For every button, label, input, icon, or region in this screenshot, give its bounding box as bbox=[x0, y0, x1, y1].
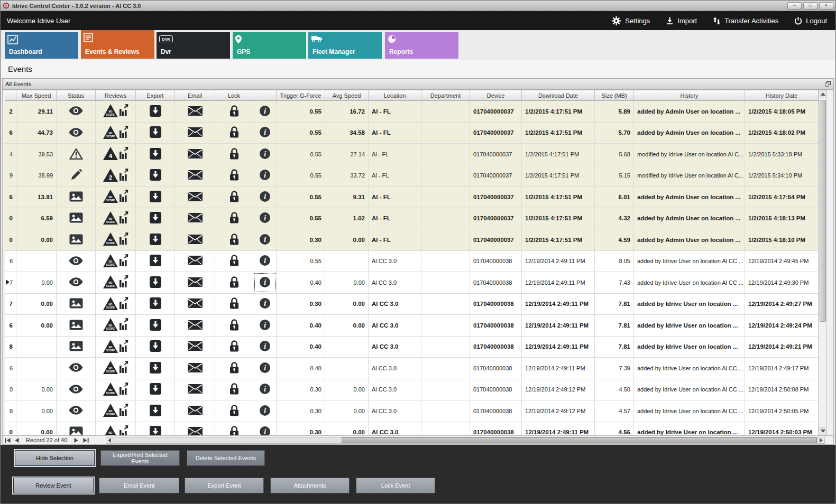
status-cell[interactable] bbox=[57, 186, 96, 208]
lock-cell[interactable] bbox=[215, 186, 253, 208]
table-row[interactable]: 70.00NOSCOREi0.400.00Al CC 3.00170400000… bbox=[5, 272, 819, 294]
email-cell[interactable] bbox=[175, 101, 215, 122]
reviews-cell[interactable]: 4 bbox=[96, 144, 136, 165]
info-cell[interactable]: i bbox=[253, 315, 277, 336]
reviews-cell[interactable]: NOSCORE bbox=[96, 123, 136, 144]
reviews-cell[interactable]: NOSCORE bbox=[96, 337, 136, 358]
transfer-button[interactable]: Transfer Activities bbox=[713, 16, 778, 25]
last-record-button[interactable] bbox=[81, 436, 90, 444]
table-row[interactable]: 938.992i0.5533.72Al - FL0170400000371/2/… bbox=[5, 165, 819, 187]
table-row[interactable]: 613.91NOSCOREi0.559.31Al - FL01704000003… bbox=[5, 186, 819, 208]
email-cell[interactable] bbox=[175, 315, 215, 336]
export-cell[interactable] bbox=[136, 272, 175, 293]
email-cell[interactable] bbox=[175, 144, 215, 165]
close-button[interactable]: × bbox=[819, 2, 833, 10]
column-header-device[interactable]: Device bbox=[470, 90, 522, 100]
tab-dashboard[interactable]: Dashboard bbox=[5, 32, 78, 59]
email-cell[interactable] bbox=[175, 229, 215, 250]
column-header-location[interactable]: Location bbox=[369, 90, 421, 100]
info-cell[interactable]: i bbox=[253, 379, 277, 400]
reviews-cell[interactable]: NOSCORE bbox=[96, 272, 136, 293]
info-cell[interactable]: i bbox=[253, 208, 277, 229]
email-cell[interactable] bbox=[175, 400, 215, 422]
column-header-download-date[interactable]: Download Date bbox=[522, 90, 595, 100]
minimize-button[interactable]: − bbox=[787, 2, 802, 10]
export-print-selected-events-button[interactable]: Export/Print Selected Events bbox=[100, 450, 180, 466]
reviews-cell[interactable]: NOSCORE bbox=[96, 208, 136, 229]
info-cell[interactable]: i bbox=[253, 294, 277, 315]
status-cell[interactable] bbox=[57, 144, 96, 165]
lock-cell[interactable] bbox=[215, 229, 253, 250]
email-cell[interactable] bbox=[175, 165, 215, 186]
reviews-cell[interactable]: NOSCORE bbox=[96, 379, 136, 400]
next-record-button[interactable] bbox=[71, 436, 81, 444]
logout-button[interactable]: Logout bbox=[794, 16, 827, 25]
status-cell[interactable] bbox=[57, 101, 96, 122]
info-cell[interactable]: i bbox=[253, 400, 277, 422]
status-cell[interactable] bbox=[57, 337, 96, 358]
status-cell[interactable] bbox=[57, 358, 96, 379]
reviews-cell[interactable]: NOSCORE bbox=[96, 229, 136, 250]
status-cell[interactable] bbox=[57, 272, 96, 293]
lock-cell[interactable] bbox=[215, 101, 253, 122]
scroll-down-icon[interactable] bbox=[819, 427, 826, 435]
table-row[interactable]: 70.00NOSCOREi0.300.00Al CC 3.00170400000… bbox=[5, 294, 819, 315]
status-cell[interactable] bbox=[57, 123, 96, 144]
table-row[interactable]: 439.534i0.5527.14Al - FL0170400000371/2/… bbox=[5, 144, 819, 165]
reviews-cell[interactable]: NOSCORE bbox=[96, 186, 136, 208]
table-row[interactable]: 644.73NOSCOREi0.5534.58Al - FL0170400000… bbox=[5, 123, 819, 144]
email-event-button[interactable]: Email Event bbox=[99, 478, 179, 493]
reviews-cell[interactable]: NOSCORE bbox=[96, 422, 136, 436]
export-event-button[interactable]: Export Event bbox=[185, 478, 264, 493]
email-cell[interactable] bbox=[175, 251, 215, 272]
status-cell[interactable] bbox=[57, 208, 96, 229]
table-row[interactable]: 229.11NOSCOREi0.5516.72Al - FL0170400000… bbox=[5, 101, 819, 123]
scroll-right-icon[interactable] bbox=[817, 437, 824, 443]
lock-cell[interactable] bbox=[215, 272, 253, 293]
previous-record-button[interactable] bbox=[12, 436, 22, 444]
info-cell[interactable]: i bbox=[253, 101, 277, 122]
vertical-scrollbar[interactable] bbox=[819, 90, 827, 435]
column-header-reviews[interactable]: Reviews bbox=[96, 90, 136, 100]
column-header-email[interactable]: Email bbox=[175, 90, 215, 100]
status-cell[interactable] bbox=[57, 251, 96, 272]
maximize-button[interactable]: □ bbox=[803, 2, 817, 10]
lock-cell[interactable] bbox=[215, 379, 253, 400]
lock-event-button[interactable]: Lock Event bbox=[356, 478, 435, 493]
column-header-export[interactable]: Export bbox=[136, 90, 175, 100]
attachments-button[interactable]: Attachments bbox=[270, 478, 350, 493]
export-cell[interactable] bbox=[136, 251, 175, 272]
scroll-up-icon[interactable] bbox=[819, 90, 826, 98]
export-cell[interactable] bbox=[136, 229, 175, 250]
vertical-scroll-thumb[interactable] bbox=[820, 100, 826, 322]
email-cell[interactable] bbox=[175, 358, 215, 379]
lock-cell[interactable] bbox=[215, 123, 253, 144]
email-cell[interactable] bbox=[175, 208, 215, 229]
column-header-status[interactable]: Status bbox=[57, 90, 96, 100]
tab-fleet[interactable]: Fleet Manager bbox=[308, 32, 382, 59]
export-cell[interactable] bbox=[136, 144, 175, 165]
table-row[interactable]: 6NOSCOREi0.40Al CC 3.001704000003812/19/… bbox=[5, 358, 819, 379]
table-row[interactable]: 00.00NOSCOREi0.300.00Al CC 3.00170400000… bbox=[5, 422, 819, 436]
info-cell[interactable]: i bbox=[253, 272, 277, 293]
scroll-left-icon[interactable] bbox=[106, 437, 113, 443]
hide-selection-button[interactable]: Hide Selection bbox=[15, 450, 95, 466]
table-row[interactable]: 06.59NOSCOREi0.551.02Al - FL017040000037… bbox=[5, 208, 819, 230]
status-cell[interactable] bbox=[57, 294, 96, 315]
reviews-cell[interactable]: NOSCORE bbox=[96, 315, 136, 336]
info-cell[interactable]: i bbox=[253, 422, 277, 436]
table-row[interactable]: 60.00NOSCOREi0.400.00Al CC 3.00170400000… bbox=[5, 315, 819, 337]
status-cell[interactable] bbox=[57, 422, 96, 436]
info-cell[interactable]: i bbox=[253, 337, 277, 358]
restore-panel-icon[interactable] bbox=[825, 81, 831, 87]
reviews-cell[interactable]: NOSCORE bbox=[96, 251, 136, 272]
reviews-cell[interactable]: 2 bbox=[96, 165, 136, 186]
export-cell[interactable] bbox=[136, 422, 175, 436]
review-event-button[interactable]: Review Event bbox=[13, 478, 94, 493]
export-cell[interactable] bbox=[136, 315, 175, 336]
reviews-cell[interactable]: NOSCORE bbox=[96, 294, 136, 315]
export-cell[interactable] bbox=[136, 379, 175, 400]
lock-cell[interactable] bbox=[215, 315, 253, 336]
table-row[interactable]: 80.00NOSCOREi0.300.00Al CC 3.00170400000… bbox=[5, 400, 819, 422]
status-cell[interactable] bbox=[57, 165, 96, 186]
